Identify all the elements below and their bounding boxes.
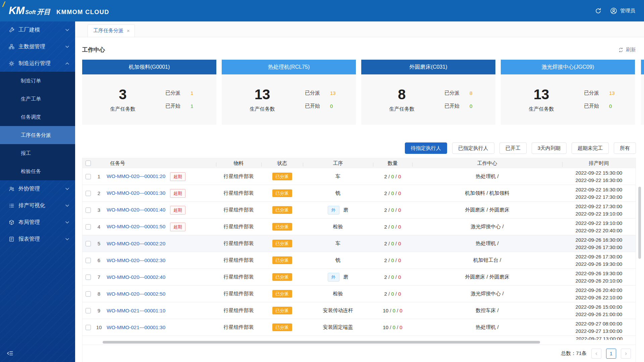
row-checkbox[interactable]: [86, 191, 91, 196]
task-link[interactable]: WO-MMO-021---00001:10: [107, 308, 165, 313]
table-row[interactable]: 6WO-MMO-020---00002:30行星组件部装已分派铣2 / 0 / …: [83, 252, 636, 269]
table-row[interactable]: 3WO-MMO-020---00001:40超期行星组件部装已分派外磨2 / 0…: [83, 202, 636, 219]
qty-overdue: 0: [399, 308, 402, 313]
filter-pending-assignee[interactable]: 待指定执行人: [405, 142, 447, 154]
row-checkbox[interactable]: [86, 325, 91, 330]
status-badge: 已分派: [272, 223, 292, 231]
box-icon: [9, 220, 14, 225]
topbar: KM Soft 开目 KMMOM CLOUD 管理员: [0, 0, 644, 21]
refresh-button[interactable]: 刷新: [618, 47, 636, 53]
schedule-end: 2022-09-26 20:10:00: [562, 277, 636, 285]
column-header: 物料: [216, 160, 261, 167]
sidebar-item-manufacturing-orders[interactable]: 制造订单: [0, 72, 75, 90]
schedule-end: 2022-09-26 21:00:00: [562, 311, 636, 318]
quantity-cell: 2 / 0 / 0: [373, 207, 412, 213]
assigned-value: 8: [470, 90, 478, 96]
task-link[interactable]: WO-MMO-020---00001:50: [107, 224, 165, 229]
row-checkbox[interactable]: [86, 174, 91, 179]
work-center-title: 工作中心: [82, 46, 105, 54]
row-checkbox[interactable]: [86, 224, 91, 230]
column-header: 任务号: [104, 160, 216, 167]
sidebar-item-master-data[interactable]: 主数据管理: [0, 38, 75, 55]
filter-overdue-unfinished[interactable]: 超期未完工: [572, 142, 609, 154]
started-value: 0: [330, 103, 338, 109]
select-all-checkbox[interactable]: [86, 161, 91, 166]
sidebar-item-work-report[interactable]: 报工: [0, 144, 75, 162]
sidebar-item-report-management[interactable]: 报表管理: [0, 231, 75, 247]
sidebar-item-production-orders[interactable]: 生产工单: [0, 90, 75, 108]
qty-overdue: 0: [398, 241, 401, 246]
sidebar-item-scheduling-visualization[interactable]: 排产可视化: [0, 197, 75, 214]
schedule-time-cell: 2022-09-26 20:40:002022-09-26 22:10:00: [562, 287, 636, 301]
task-link[interactable]: WO-MMO-020---00001:20: [107, 173, 165, 179]
work-center-card-title: 激光焊接中心(JGC09): [501, 60, 635, 74]
sidebar-item-factory-modeling[interactable]: 工厂建模: [0, 21, 75, 38]
work-center-cell: 激光焊接中心 /: [412, 291, 562, 297]
process-cell: 外磨: [303, 273, 373, 282]
work-center-cell: 机加钳工台 /: [412, 257, 562, 263]
horizontal-scrollbar: [83, 340, 636, 345]
filter-bar: 待指定执行人已指定执行人已开工3天内到期超期未完工所有: [82, 142, 636, 154]
filter-started[interactable]: 已开工: [499, 142, 527, 154]
filter-assigned-assignee[interactable]: 已指定执行人: [452, 142, 494, 154]
table-row[interactable]: 7WO-MMO-020---00002:40行星组件部装已分派外磨2 / 0 /…: [83, 269, 636, 286]
row-index: 10: [94, 324, 104, 330]
chevron-up-icon: [65, 62, 69, 65]
material-cell: 行星组件部装: [216, 240, 261, 247]
table-row[interactable]: 1WO-MMO-020---00001:20超期行星组件部装已分派车2 / 0 …: [83, 168, 636, 185]
user-menu[interactable]: 管理员: [610, 7, 635, 14]
total-label: 总数：: [561, 350, 576, 356]
qty-done: 0: [391, 274, 394, 280]
chevron-down-icon: [65, 188, 69, 190]
table-row[interactable]: 4WO-MMO-020---00001:50超期行星组件部装已分派检验2 / 0…: [83, 219, 636, 235]
row-checkbox[interactable]: [86, 275, 91, 280]
process-cell: 安装固定端盖: [303, 324, 373, 330]
pagination-next-button[interactable]: ›: [621, 349, 631, 359]
task-link[interactable]: WO-MMO-020---00002:20: [107, 241, 165, 246]
pagination-page-1[interactable]: 1: [606, 349, 616, 359]
work-center-card: 激光焊接中心(JGC09)13生产任务数已分派13已开始0: [501, 60, 635, 125]
row-checkbox[interactable]: [86, 308, 91, 313]
task-link[interactable]: WO-MMO-020---00002:40: [107, 274, 165, 280]
task-link[interactable]: WO-MMO-020---00002:30: [107, 257, 165, 263]
chevron-down-icon: [65, 46, 69, 48]
schedule-end: 2022-09-22 16:30:00: [562, 177, 636, 184]
tab-process-task-dispatch[interactable]: 工序任务分派 ×: [88, 24, 135, 37]
sidebar-item-layout-management[interactable]: 布局管理: [0, 214, 75, 231]
table-row[interactable]: 10WO-MMO-021---00001:30行星组件部装已分派安装固定端盖10…: [83, 319, 636, 336]
horizontal-scrollbar-thumb[interactable]: [103, 341, 540, 344]
qty-total: 10: [383, 324, 388, 330]
vertical-scrollbar-thumb[interactable]: [638, 187, 641, 259]
table-row[interactable]: 5WO-MMO-020---00002:20行星组件部装已分派车2 / 0 / …: [83, 235, 636, 252]
sidebar-item-task-scheduling[interactable]: 任务调度: [0, 108, 75, 126]
refresh-icon[interactable]: [594, 7, 602, 14]
status-badge: 已分派: [272, 323, 292, 331]
task-link[interactable]: WO-MMO-020---00001:30: [107, 190, 165, 196]
row-checkbox[interactable]: [86, 291, 91, 297]
pagination-prev-button[interactable]: ‹: [591, 349, 601, 359]
sidebar-item-inspection-tasks[interactable]: 检验任务: [0, 162, 75, 180]
row-checkbox[interactable]: [86, 207, 91, 213]
sidebar-item-process-task-dispatch[interactable]: 工序任务分派: [0, 126, 75, 144]
table-row[interactable]: 9WO-MMO-021---00001:10行星组件部装已分派安装传动连杆10 …: [83, 302, 636, 319]
task-link[interactable]: WO-MMO-020---00002:50: [107, 291, 165, 297]
sidebar-item-manufacturing-ops[interactable]: 制造运行管理: [0, 55, 75, 72]
filter-all[interactable]: 所有: [614, 142, 636, 154]
work-center-cell: 热处理机 /: [412, 240, 562, 247]
task-link[interactable]: WO-MMO-020---00001:40: [107, 207, 165, 213]
row-index: 1: [94, 174, 104, 179]
column-header: 工作中心: [412, 160, 562, 167]
task-link[interactable]: WO-MMO-021---00001:30: [107, 324, 165, 330]
started-stat: 已开始0: [305, 103, 338, 109]
task-count: 3: [98, 87, 148, 102]
row-checkbox[interactable]: [86, 258, 91, 263]
sidebar-collapse-icon[interactable]: [5, 349, 15, 358]
qty-done: 0: [391, 257, 394, 263]
sidebar-item-outsourcing[interactable]: 外协管理: [0, 180, 75, 197]
row-checkbox[interactable]: [86, 241, 91, 246]
table-row[interactable]: 8WO-MMO-020---00002:50行星组件部装已分派检验2 / 0 /…: [83, 286, 636, 302]
table-row[interactable]: 2WO-MMO-020---00001:30超期行星组件部装已分派铣2 / 0 …: [83, 185, 636, 202]
total-value: 71条: [576, 350, 587, 356]
filter-due-in-3-days[interactable]: 3天内到期: [532, 142, 567, 154]
tab-close-icon[interactable]: ×: [127, 28, 130, 33]
